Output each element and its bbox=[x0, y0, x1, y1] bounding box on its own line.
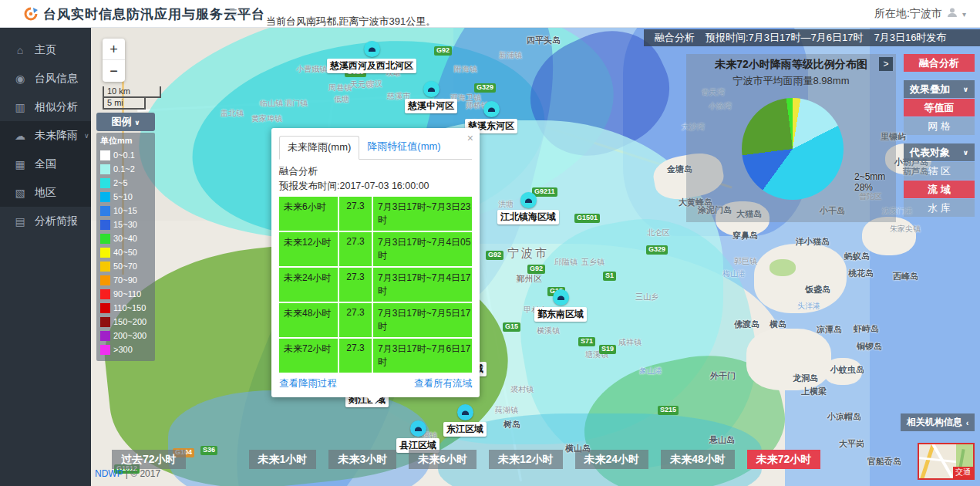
sidebar-item-rain[interactable]: ☁未来降雨∨ bbox=[0, 121, 91, 150]
zoom-out-button[interactable]: − bbox=[103, 60, 125, 82]
view-rain-process-link[interactable]: 查看降雨过程 bbox=[279, 377, 337, 390]
legend-row: 0~0.1 bbox=[100, 148, 151, 162]
legend-swatch bbox=[100, 289, 110, 299]
sidebar-item-typhoon[interactable]: ◉台风信息 bbox=[0, 64, 91, 93]
legend-row: 30~40 bbox=[100, 231, 151, 245]
tab-rain-feature[interactable]: 降雨特征值(mm) bbox=[359, 136, 448, 159]
legend-swatch bbox=[100, 150, 110, 160]
layer-control-stack: 融合分析 效果叠加∨等值面网 格代表对象∨辖 区流 域水 库 bbox=[904, 54, 975, 225]
ndwp-link[interactable]: NDWP bbox=[95, 468, 123, 479]
chevron-down-icon[interactable]: ▾ bbox=[962, 10, 966, 19]
popup-arrow bbox=[367, 397, 381, 404]
time-button[interactable]: 过去72小时 bbox=[112, 450, 186, 469]
rain-region-icon bbox=[553, 289, 569, 305]
time-button[interactable]: 未来48小时 bbox=[661, 450, 735, 469]
road-badge: S19 bbox=[599, 345, 616, 354]
forecast-issued: 7月3日16时发布 bbox=[874, 31, 946, 45]
region-marker[interactable]: 县江区域 bbox=[396, 420, 439, 453]
rain-region-icon bbox=[410, 420, 426, 437]
time-button[interactable]: 未来6小时 bbox=[409, 450, 477, 469]
sidebar-item-label: 未来降雨 bbox=[35, 129, 78, 143]
forecast-period: 未来12小时 bbox=[279, 232, 338, 266]
map-copyright: NDWP | © 2017 bbox=[95, 468, 160, 479]
forecast-row: 未来24小时27.37月3日17时~7月4日17时 bbox=[279, 268, 472, 302]
sidebar-item-report[interactable]: ▤分析简报 bbox=[0, 207, 91, 235]
time-button[interactable]: 未来72小时 bbox=[747, 450, 821, 469]
time-button[interactable]: 未来3小时 bbox=[328, 450, 396, 469]
rain-region-icon bbox=[520, 192, 537, 208]
sidebar-item-home[interactable]: ⌂主页 bbox=[0, 35, 91, 64]
legend-label: 150~200 bbox=[113, 317, 146, 326]
legend-row: 40~50 bbox=[100, 245, 151, 259]
rain-forecast-popup: × 未来降雨(mm) 降雨特征值(mm) 融合分析 预报发布时间:2017-07… bbox=[271, 128, 480, 397]
legend-label: 50~70 bbox=[113, 262, 137, 271]
legend-row: 110~150 bbox=[100, 301, 151, 315]
time-button[interactable]: 未来24小时 bbox=[575, 450, 649, 469]
time-button[interactable]: 未来12小时 bbox=[489, 450, 563, 469]
view-all-basins-link[interactable]: 查看所有流域 bbox=[414, 377, 472, 390]
region-marker[interactable]: 慈溪中河区 bbox=[405, 81, 457, 113]
home-icon: ⌂ bbox=[14, 44, 26, 56]
chevron-down-icon: ∨ bbox=[963, 86, 968, 93]
pie-chart-subtitle: 宁波市平均面雨量8.98mm bbox=[686, 74, 896, 88]
rain-region-icon bbox=[364, 41, 380, 57]
legend-row: 50~70 bbox=[100, 259, 151, 273]
legend-row: 2~5 bbox=[100, 176, 151, 190]
map-label-town: 郭巨镇 bbox=[734, 256, 757, 267]
fusion-analysis-button[interactable]: 融合分析 bbox=[904, 54, 975, 72]
map-canvas[interactable]: 四平头岛金塘岛大黄蜂岛里镖屿小干岛涂泥门岛大猫岛洋小猫岛穿鼻岛蚂蚁岛桃花岛西峰岛… bbox=[91, 28, 980, 486]
region-marker-label: 鄞东南区域 bbox=[534, 307, 587, 322]
region-marker[interactable]: 鄞东南区域 bbox=[534, 289, 587, 322]
popup-tabs: 未来降雨(mm) 降雨特征值(mm) bbox=[279, 136, 472, 160]
region-marker[interactable]: 江北镇海区域 bbox=[497, 192, 559, 224]
nation-icon: ▦ bbox=[14, 158, 26, 170]
panel-expand-button[interactable]: > bbox=[879, 57, 893, 71]
layer-toggle-button[interactable]: 流 域 bbox=[904, 181, 975, 198]
zoom-in-button[interactable]: + bbox=[103, 39, 125, 60]
related-orgs-button[interactable]: 相关机构信息‹ bbox=[901, 413, 975, 431]
chevron-left-icon: ‹ bbox=[966, 418, 969, 427]
legend-row: 10~15 bbox=[100, 204, 151, 218]
menu-icon[interactable]: ≡ bbox=[229, 5, 237, 21]
close-icon[interactable]: × bbox=[467, 132, 473, 144]
chevron-down-icon: ∨ bbox=[963, 149, 968, 157]
legend-label: 40~50 bbox=[113, 248, 137, 257]
legend-label: 0~0.1 bbox=[113, 150, 135, 160]
forecast-range: 预报时间:7月3日17时—7月6日17时 bbox=[706, 31, 863, 45]
sidebar-item-region[interactable]: ▧地区 bbox=[0, 178, 91, 207]
sidebar-item-label: 全国 bbox=[35, 157, 56, 171]
legend-swatch bbox=[100, 164, 110, 174]
region-marker[interactable]: 慈溪西河及西北河区 bbox=[327, 41, 416, 73]
sidebar-item-nation[interactable]: ▦全国 bbox=[0, 150, 91, 178]
map-layer bbox=[770, 259, 796, 276]
forecast-period: 未来6小时 bbox=[279, 197, 338, 231]
map-layer bbox=[746, 329, 831, 390]
road-badge: S71 bbox=[578, 337, 595, 346]
legend-header[interactable]: 图例 ∨ bbox=[96, 113, 155, 131]
legend-label: 200~300 bbox=[113, 331, 146, 340]
sidebar-item-chart[interactable]: ▥相似分析 bbox=[0, 93, 91, 121]
layer-group-header[interactable]: 效果叠加∨ bbox=[904, 80, 975, 98]
user-icon[interactable] bbox=[947, 7, 958, 21]
traffic-layer-tag: 交通 bbox=[953, 467, 973, 478]
time-button[interactable]: 未来1小时 bbox=[249, 450, 317, 469]
layer-toggle-button[interactable]: 辖 区 bbox=[904, 162, 975, 180]
legend-row: 200~300 bbox=[100, 329, 151, 343]
minimap-thumbnail[interactable]: 交通 bbox=[918, 443, 975, 480]
location-selector[interactable]: 所在地:宁波市 ▾ bbox=[874, 7, 966, 21]
map-layer bbox=[823, 358, 862, 385]
region-icon: ▧ bbox=[14, 187, 26, 199]
tab-future-rain[interactable]: 未来降雨(mm) bbox=[279, 136, 359, 160]
sidebar: ⌂主页◉台风信息▥相似分析☁未来降雨∨▦全国▧地区▤分析简报 bbox=[0, 28, 91, 486]
forecast-range: 7月3日17时~7月3日23时 bbox=[373, 197, 472, 231]
layer-toggle-button[interactable]: 网 格 bbox=[904, 117, 975, 135]
legend-unit: 单位mm bbox=[100, 135, 151, 147]
forecast-row: 未来72小时27.37月3日17时~7月6日17时 bbox=[279, 339, 472, 373]
layer-toggle-button[interactable]: 水 库 bbox=[904, 199, 975, 217]
layer-toggle-button[interactable]: 等值面 bbox=[904, 99, 975, 116]
map-zoom-control: + − bbox=[103, 39, 125, 82]
layer-group-header[interactable]: 代表对象∨ bbox=[904, 143, 975, 161]
legend-swatch bbox=[100, 178, 110, 188]
scale-mi: 5 mi bbox=[103, 98, 146, 110]
region-marker[interactable]: 东江区域 bbox=[443, 404, 487, 437]
